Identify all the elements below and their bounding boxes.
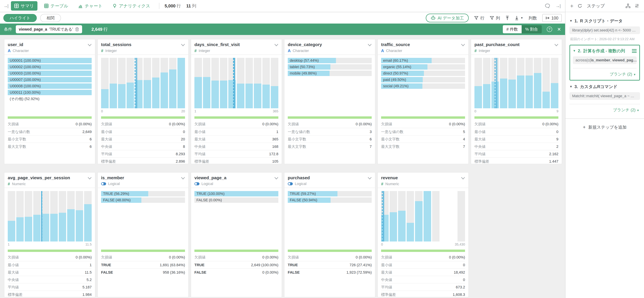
category-bar[interactable]: FALSE (0.00%) — [194, 197, 278, 203]
hist-bar[interactable] — [8, 191, 15, 241]
hist-bar[interactable] — [50, 191, 58, 241]
hist-bar[interactable] — [110, 58, 117, 108]
hist-bar[interactable] — [246, 58, 253, 108]
hist-bar[interactable] — [398, 191, 406, 241]
chevron-down-icon[interactable] — [554, 44, 558, 46]
hist-bar[interactable] — [551, 58, 558, 108]
hist-bar[interactable] — [16, 191, 24, 241]
category-bar[interactable]: U00011 (100.00%) — [8, 90, 92, 95]
category-bar[interactable]: U00002 (100.00%) — [8, 64, 92, 70]
hist-bar[interactable] — [152, 58, 160, 108]
category-bar[interactable]: TRUE (56.29%) — [101, 191, 185, 196]
hist-bar[interactable] — [474, 58, 482, 108]
category-bar[interactable]: desktop (57.44%) — [288, 58, 372, 63]
filter-columns-button[interactable]: 列 — [490, 15, 500, 21]
category-bar[interactable]: email (60.17%) — [381, 58, 465, 63]
refresh-icon[interactable] — [578, 4, 582, 8]
category-bar[interactable]: FALSE (48.00%) — [101, 197, 185, 203]
step-2-branch-link[interactable]: ブランチ (2) ▼ — [610, 72, 636, 76]
comment-bubble-icon[interactable] — [545, 3, 550, 9]
step-3-branch-link[interactable]: ブランチ (2) ▼ — [613, 108, 639, 112]
add-step-icon[interactable]: + — [570, 3, 574, 9]
tab-table[interactable]: テーブル — [41, 1, 72, 11]
hist-bar[interactable] — [160, 58, 168, 108]
close-icon[interactable]: ✕ — [557, 27, 561, 32]
step-1-code-chip[interactable]: library(dplyr) set.seed(42) n <- 5000 … — [570, 26, 640, 34]
tab-analytics[interactable]: アナリティクス — [109, 1, 154, 11]
tab-chart[interactable]: チャート — [75, 1, 106, 11]
hist-bar[interactable] — [254, 58, 262, 108]
column-limit-input[interactable]: 100 — [542, 14, 562, 22]
hist-bar[interactable] — [178, 58, 185, 108]
hist-bar[interactable] — [118, 58, 126, 108]
help-icon[interactable]: ? — [547, 27, 552, 32]
hist-bar[interactable] — [144, 58, 151, 108]
tab-summary[interactable]: サマリ — [11, 1, 38, 11]
step-1-header[interactable]: ▼ 1. R スクリプト・データ — [570, 18, 640, 24]
step-3-code-chip[interactable]: MatchIt::matchit( viewed_page_a ~ … — [570, 92, 640, 100]
sort-asc-button[interactable] — [505, 16, 509, 20]
chevron-down-icon[interactable] — [368, 44, 372, 46]
hist-bar[interactable] — [237, 58, 244, 108]
collapse-left-icon[interactable]: →| — [3, 3, 8, 9]
highlight-mode-pill[interactable]: ハイライト — [3, 14, 37, 22]
hist-bar[interactable] — [126, 58, 134, 108]
hist-bar[interactable] — [203, 58, 210, 108]
chevron-down-icon[interactable] — [88, 177, 92, 180]
chevron-down-icon[interactable] — [368, 177, 372, 180]
toggle-count-option[interactable]: # 件数 — [503, 25, 522, 33]
hist-bar[interactable] — [483, 58, 490, 108]
hist-bar[interactable] — [390, 191, 397, 241]
category-bar[interactable]: U00003 (100.00%) — [8, 71, 92, 76]
hist-bar[interactable] — [25, 191, 32, 241]
step-menu-icon[interactable] — [632, 48, 636, 54]
category-bar[interactable]: TRUE (59.27%) — [288, 191, 372, 196]
hist-bar[interactable] — [211, 58, 219, 108]
filter-rows-button[interactable]: 行 — [474, 15, 484, 21]
chevron-down-icon[interactable] — [274, 44, 278, 46]
hist-bar[interactable] — [271, 58, 278, 108]
hist-bar[interactable] — [526, 58, 533, 108]
add-new-step-button[interactable]: +新規ステップを追加 — [570, 124, 640, 130]
hist-bar[interactable] — [440, 191, 448, 241]
hist-bar[interactable] — [406, 191, 414, 241]
collapse-right-icon[interactable]: →| — [556, 3, 560, 9]
category-bar[interactable]: FALSE (50.94%) — [288, 197, 372, 203]
step-2-code-chip[interactable]: across(c(is_member, viewed_pag… — [573, 56, 636, 64]
hist-bar[interactable] — [534, 58, 542, 108]
toggle-percent-option[interactable]: % 割合 — [522, 25, 542, 33]
category-bar[interactable]: U00008 (100.00%) — [8, 83, 92, 89]
step-tree-icon[interactable] — [626, 4, 630, 8]
hist-bar[interactable] — [500, 58, 508, 108]
trash-icon[interactable] — [75, 27, 79, 32]
category-bar[interactable]: tablet (50.73%) — [288, 64, 372, 70]
hist-bar[interactable] — [432, 191, 440, 241]
hist-bar[interactable] — [169, 58, 176, 108]
chevron-down-icon[interactable] — [181, 44, 185, 46]
hist-bar[interactable] — [415, 191, 422, 241]
hist-bar[interactable] — [542, 58, 550, 108]
category-bar[interactable]: U00001 (100.00%) — [8, 58, 92, 63]
chevron-down-icon[interactable] — [461, 44, 465, 46]
category-bar[interactable]: paid (49.50%) — [381, 77, 465, 82]
hist-bar[interactable] — [424, 191, 431, 241]
chevron-down-icon[interactable] — [274, 177, 278, 180]
hist-bar[interactable] — [84, 191, 92, 241]
step-2-selected[interactable]: ▼ 2. 計算を作成 - 複数の列 across(c(is_member, vi… — [570, 45, 640, 81]
category-bar[interactable]: direct (50.97%) — [381, 71, 465, 76]
step-3-header[interactable]: ▼ 3. カスタムRコマンド — [570, 84, 640, 89]
condition-chip[interactable]: viewed_page_a 'TRUEである' — [16, 25, 82, 33]
chevron-down-icon[interactable] — [181, 177, 185, 180]
hist-bar[interactable] — [458, 191, 465, 241]
category-bar[interactable]: organic (55.14%) — [381, 64, 465, 70]
step-2-header[interactable]: ▼ 2. 計算を作成 - 複数の列 — [573, 48, 636, 54]
chevron-down-icon[interactable] — [461, 177, 465, 180]
ai-data-wrangling-button[interactable]: AI データ加工 — [426, 14, 469, 22]
category-bar[interactable]: U00007 (100.00%) — [8, 77, 92, 82]
category-bar[interactable]: mobile (49.86%) — [288, 71, 372, 76]
hist-bar[interactable] — [42, 191, 49, 241]
hist-bar[interactable] — [508, 58, 516, 108]
sort-desc-button[interactable]: ▼ — [515, 16, 523, 20]
category-bar[interactable]: TRUE (100.00%) — [194, 191, 278, 196]
hist-bar[interactable] — [67, 191, 75, 241]
